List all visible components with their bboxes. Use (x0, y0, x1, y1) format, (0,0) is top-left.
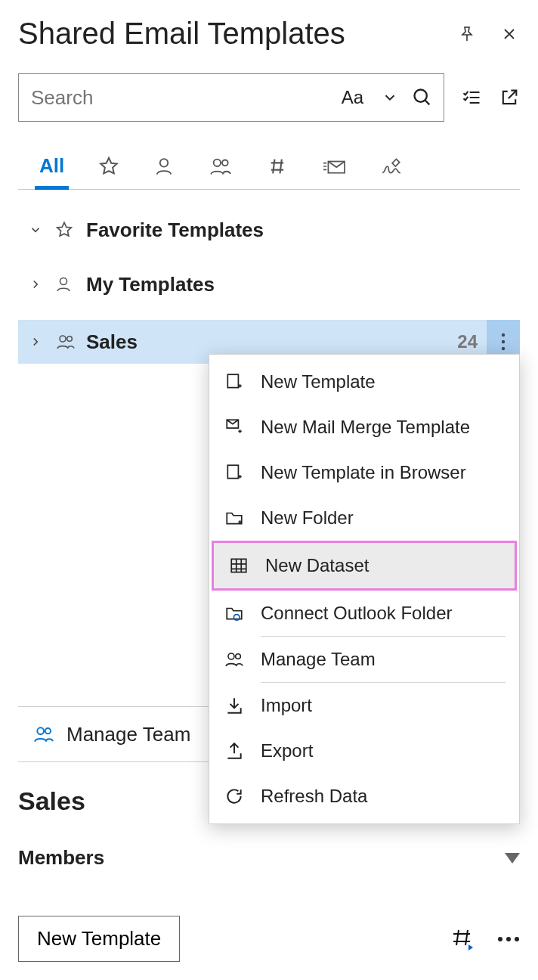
insert-macro-icon[interactable] (450, 928, 476, 951)
menu-label: New Mail Merge Template (261, 417, 470, 438)
menu-new-folder[interactable]: New Folder (209, 495, 519, 541)
menu-new-dataset[interactable]: New Dataset (214, 543, 515, 588)
chevron-down-icon[interactable] (382, 89, 398, 106)
menu-label: New Dataset (265, 555, 369, 576)
svg-point-18 (37, 727, 44, 734)
tab-hash[interactable] (262, 143, 292, 189)
members-row[interactable]: Members (18, 846, 520, 870)
tree-label: My Templates (86, 273, 215, 296)
title-actions (456, 23, 520, 45)
people-icon (32, 724, 56, 744)
shared-email-templates-pane: Shared Email Templates Aa (0, 0, 538, 980)
svg-point-8 (502, 333, 505, 336)
people-icon (208, 156, 233, 177)
menu-label: Manage Team (261, 649, 376, 670)
svg-rect-13 (227, 465, 238, 478)
pane-title: Shared Email Templates (18, 17, 345, 51)
menu-import[interactable]: Import (209, 683, 519, 728)
search-input[interactable] (29, 85, 337, 110)
menu-label: New Template (261, 371, 376, 392)
tab-signatures[interactable] (376, 143, 407, 189)
menu-new-template-browser[interactable]: New Template in Browser (209, 450, 519, 495)
tree-my-templates[interactable]: My Templates (18, 262, 520, 306)
menu-connect-outlook[interactable]: Connect Outlook Folder (209, 591, 519, 636)
svg-point-10 (502, 347, 505, 350)
menu-label: Import (261, 695, 312, 716)
tree-favorites[interactable]: Favorite Templates (18, 208, 520, 252)
button-label: New Template (37, 927, 161, 950)
person-icon (54, 275, 77, 293)
search-icon[interactable] (412, 87, 433, 108)
menu-manage-team[interactable]: Manage Team (209, 637, 519, 682)
svg-point-5 (60, 278, 67, 285)
mail-merge-icon (321, 157, 347, 176)
details-heading: Sales (18, 786, 85, 816)
tree-count: 24 (457, 331, 481, 352)
new-template-icon (223, 371, 246, 393)
svg-point-7 (67, 336, 73, 342)
people-icon (54, 333, 77, 351)
export-icon (223, 740, 246, 762)
close-icon[interactable] (499, 23, 520, 45)
menu-label: Refresh Data (261, 786, 367, 807)
outlook-folder-icon (223, 602, 246, 625)
menu-export[interactable]: Export (209, 728, 519, 774)
menu-label: Export (261, 740, 313, 761)
star-icon (97, 155, 120, 178)
people-icon (223, 648, 246, 671)
checklist-icon[interactable] (461, 87, 482, 108)
more-icon[interactable] (497, 935, 520, 943)
svg-point-19 (45, 728, 51, 733)
open-external-icon[interactable] (499, 87, 520, 108)
menu-new-template[interactable]: New Template (209, 359, 519, 405)
bottom-bar: New Template (18, 916, 520, 962)
svg-point-16 (228, 653, 234, 659)
svg-point-0 (415, 90, 427, 102)
members-label: Members (18, 846, 104, 870)
svg-rect-11 (227, 374, 238, 387)
new-template-button[interactable]: New Template (18, 916, 180, 962)
menu-refresh[interactable]: Refresh Data (209, 774, 519, 819)
collapse-caret-icon (505, 853, 520, 864)
svg-point-6 (60, 336, 66, 342)
star-icon (54, 220, 77, 240)
tab-all[interactable]: All (35, 143, 69, 189)
search-row: Aa (18, 73, 520, 122)
tab-all-label: All (39, 154, 64, 178)
tree-label: Favorite Templates (86, 219, 264, 242)
manage-team-label: Manage Team (66, 723, 190, 746)
titlebar: Shared Email Templates (18, 14, 520, 57)
tab-favorites[interactable] (93, 143, 125, 189)
pin-icon[interactable] (456, 23, 478, 45)
person-icon (153, 156, 175, 177)
new-folder-icon (223, 507, 246, 529)
new-template-browser-icon (223, 461, 246, 484)
mail-merge-template-icon (223, 416, 246, 439)
match-case-toggle[interactable]: Aa (337, 87, 368, 108)
tab-mail-merge[interactable] (317, 143, 351, 189)
tab-team[interactable] (203, 143, 238, 189)
import-icon (223, 694, 246, 717)
menu-label: Connect Outlook Folder (261, 603, 452, 624)
menu-new-mail-merge[interactable]: New Mail Merge Template (209, 405, 519, 450)
svg-point-2 (214, 159, 221, 166)
search-box[interactable]: Aa (18, 73, 444, 122)
svg-point-22 (515, 937, 519, 941)
filter-tabs: All (18, 143, 520, 190)
search-controls: Aa (337, 87, 433, 108)
templates-tree: Favorite Templates My Templates Sales 24 (18, 208, 520, 364)
hash-icon (267, 156, 288, 177)
svg-point-20 (498, 937, 502, 941)
context-menu: New Template New Mail Merge Template New… (209, 354, 520, 824)
svg-point-9 (502, 340, 505, 343)
svg-point-17 (236, 654, 241, 659)
dataset-icon (227, 554, 250, 577)
bottom-actions (450, 928, 520, 951)
menu-label: New Folder (261, 507, 354, 529)
signature-icon (380, 157, 403, 176)
svg-rect-14 (231, 559, 246, 572)
tab-personal[interactable] (149, 143, 179, 189)
svg-point-1 (160, 159, 169, 167)
svg-point-3 (222, 160, 228, 166)
menu-label: New Template in Browser (261, 462, 466, 483)
